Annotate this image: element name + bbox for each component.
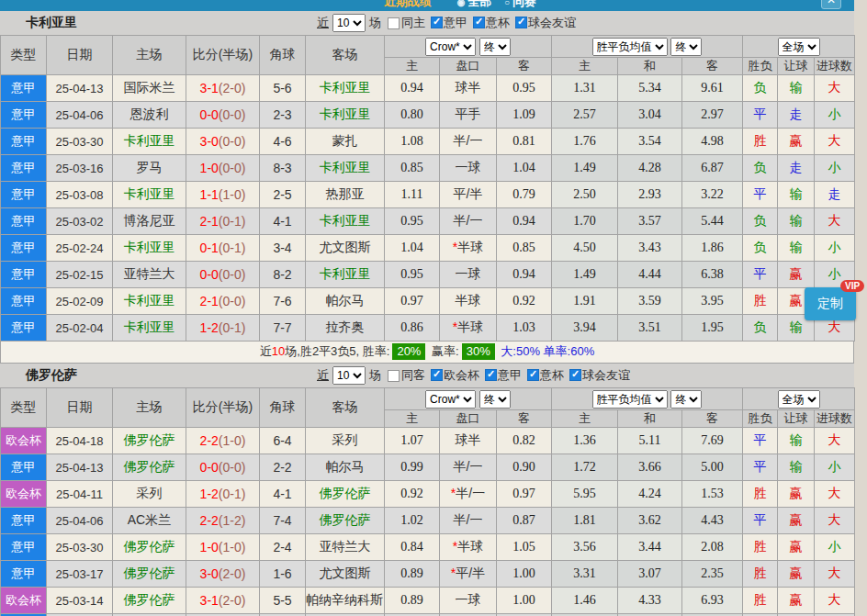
odds-time-select[interactable]: 终 (479, 390, 511, 409)
league-checkbox[interactable] (569, 369, 581, 381)
result-goals: 大 (815, 75, 855, 102)
away-team: 帕尔马 (306, 454, 385, 481)
handicap-line: 一球 (440, 155, 497, 182)
match-count-select[interactable]: 10 (332, 366, 366, 385)
away-handicap-odds: 0.94 (497, 208, 552, 235)
result-goals: 小 (815, 155, 855, 182)
handicap-line: 球半 (440, 75, 497, 102)
league-checkbox[interactable] (527, 369, 539, 381)
handicap-line: 一球 (440, 588, 497, 614)
avg-away-odds: 6.87 (682, 155, 743, 182)
home-team: 卡利亚里 (113, 129, 186, 155)
score-cell: 0-1(0-1) (186, 235, 260, 262)
handicap-group-header: Crow* 终 (385, 388, 552, 410)
avg-home-odds: 2.50 (552, 182, 618, 208)
option-same[interactable]: 同赛 (512, 0, 536, 8)
result-goals: 大 (815, 508, 855, 534)
col-corner: 角球 (260, 388, 306, 428)
sub-col-handicap: 盘口 (440, 58, 497, 75)
summary-tail: 大:50% 单率:60% (498, 344, 595, 358)
sub-col-result: 胜负 (743, 410, 778, 428)
cagliari-history-table: 类型 日期 主场 比分(半场) 角球 客场 Crow* 终 胜平负均值 终 全场 (0, 35, 855, 342)
league-type-badge: 意甲 (1, 534, 47, 561)
away-team: 蒙扎 (306, 129, 385, 155)
result-wdl: 平 (743, 182, 778, 208)
option-all[interactable]: 全部 (467, 0, 491, 8)
match-row: 意甲25-02-09卡利亚里2-1(0-0)7-6帕尔马0.97半球0.921.… (1, 288, 855, 315)
col-score: 比分(半场) (186, 36, 260, 75)
score-cell: 1-2(0-1) (186, 481, 260, 508)
away-handicap-odds: 0.97 (497, 481, 552, 508)
match-date: 25-04-13 (47, 75, 113, 102)
league-checkbox[interactable] (485, 369, 497, 381)
league-type-badge: 意甲 (1, 508, 47, 534)
league-label: 球会友谊 (582, 368, 630, 382)
result-wdl: 胜 (743, 534, 778, 561)
near-link[interactable]: 近 (317, 15, 329, 31)
col-home: 主场 (113, 36, 186, 75)
close-icon[interactable]: ✕ (821, 0, 841, 9)
handicap-line: 平/半 (440, 182, 497, 208)
league-label: 意杯 (486, 16, 510, 29)
avg-time-select[interactable]: 终 (670, 38, 702, 56)
same-venue-checkbox[interactable] (388, 17, 400, 29)
corner-count: 4-1 (260, 208, 306, 235)
scope-select[interactable]: 全场 (778, 38, 820, 56)
result-handicap: 赢 (778, 508, 815, 534)
score-cell: 2-2(1-2) (186, 508, 260, 534)
league-checkbox[interactable] (431, 369, 443, 381)
avg-type-select[interactable]: 胜平负均值 (592, 38, 668, 56)
score-cell: 1-1(1-0) (186, 182, 260, 208)
league-label: 欧会杯 (444, 368, 479, 382)
match-date: 25-03-14 (47, 588, 113, 614)
home-handicap-odds: 0.92 (385, 481, 440, 508)
col-away: 客场 (306, 388, 385, 428)
result-goals: 大 (815, 481, 855, 508)
avg-time-select[interactable]: 终 (670, 390, 702, 409)
handicap-line: 半球 (440, 288, 497, 315)
bookmaker-select[interactable]: Crow* (425, 38, 476, 56)
league-checkbox[interactable] (431, 17, 443, 28)
corner-count: 2-4 (260, 534, 306, 561)
section-header-cagliari: 卡利亚里 近 10 场 同主 意甲意杯球会友谊 (0, 11, 854, 35)
score-cell: 2-2(1-0) (186, 428, 260, 454)
result-wdl: 负 (743, 75, 778, 102)
avg-type-select[interactable]: 胜平负均值 (592, 390, 668, 409)
sub-col-handicap: 盘口 (440, 410, 497, 428)
sub-col-avg-draw: 和 (618, 410, 682, 428)
handicap-line: 一球 (440, 262, 497, 288)
league-checkbox[interactable] (473, 17, 485, 28)
col-corner: 角球 (260, 36, 306, 75)
league-label: 球会友谊 (528, 16, 576, 29)
radio-same-icon[interactable]: ○ (504, 0, 510, 7)
scope-select[interactable]: 全场 (778, 390, 820, 409)
score-cell: 0-0(0-0) (186, 262, 260, 288)
home-team: 佛罗伦萨 (113, 588, 186, 614)
radio-all-icon[interactable]: ◉ (457, 0, 466, 7)
avg-away-odds: 3.95 (682, 288, 743, 315)
odds-time-select[interactable]: 终 (479, 38, 511, 56)
away-handicap-odds: 0.82 (497, 428, 552, 454)
league-checkbox[interactable] (515, 17, 527, 28)
same-venue-label: 同客 (401, 367, 425, 384)
match-count-select[interactable]: 10 (332, 14, 366, 32)
home-team: 佛罗伦萨 (113, 561, 186, 588)
avg-draw-odds: 5.34 (618, 75, 682, 102)
match-row: 意甲25-02-24卡利亚里0-1(0-1)3-4尤文图斯1.04*半球0.85… (1, 235, 855, 262)
league-type-badge: 欧会杯 (1, 588, 47, 614)
tab-recent-results[interactable]: 近期战绩 (384, 0, 432, 8)
result-wdl: 负 (743, 235, 778, 262)
result-goals: 小 (815, 102, 855, 129)
match-row: 意甲25-04-13佛罗伦萨0-0(0-0)2-2帕尔马0.99半/一0.901… (1, 454, 855, 481)
customize-button[interactable]: 定制 (805, 287, 856, 320)
avg-home-odds: 1.81 (552, 508, 618, 534)
home-team: 博洛尼亚 (113, 208, 186, 235)
same-venue-checkbox[interactable] (388, 370, 400, 382)
avg-home-odds: 1.49 (552, 155, 618, 182)
match-row: 意甲25-02-04卡利亚里1-2(0-1)7-7拉齐奥0.86*半球1.033… (1, 315, 855, 342)
near-link[interactable]: 近 (317, 367, 329, 384)
filter-bar: 近 10 场 同客 欧会杯意甲意杯球会友谊 (317, 366, 630, 385)
bookmaker-select[interactable]: Crow* (425, 390, 476, 409)
result-goals: 小 (815, 534, 855, 561)
handicap-line: 半/一 (440, 208, 497, 235)
